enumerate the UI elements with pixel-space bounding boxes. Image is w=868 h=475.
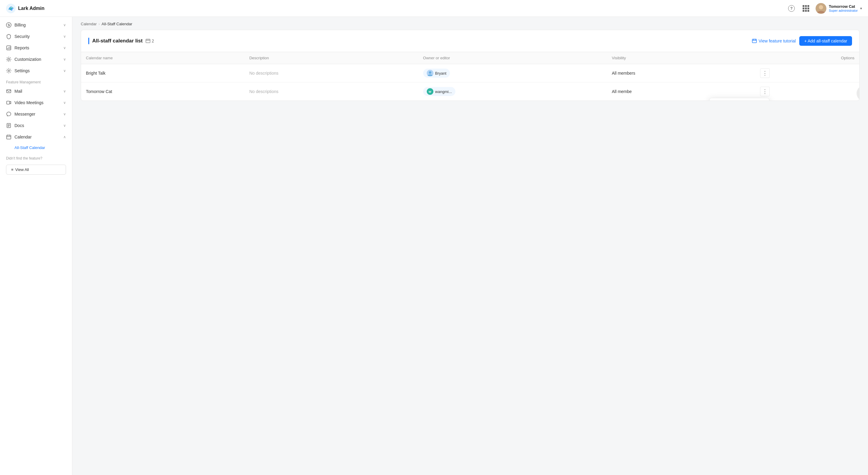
- svg-point-15: [857, 86, 859, 101]
- customization-icon: [6, 57, 11, 62]
- owner-name: Bryant: [435, 71, 447, 75]
- sidebar-item-docs[interactable]: Docs ∨: [0, 120, 72, 131]
- breadcrumb-separator: ›: [98, 22, 100, 26]
- svg-rect-10: [7, 135, 11, 139]
- col-calendar-name: Calendar name: [81, 52, 244, 64]
- calendar-label: Calendar: [14, 135, 32, 139]
- list-icon: ≡: [11, 167, 13, 172]
- menu-item-edit[interactable]: Edit: [710, 98, 769, 101]
- video-meetings-icon: [6, 100, 11, 105]
- user-name: Tomorrow Cat: [829, 4, 858, 9]
- count-value: 2: [152, 38, 154, 43]
- sidebar: Billing ∨ Security ∨ Reports ∨: [0, 17, 72, 475]
- sidebar-item-messenger[interactable]: Messenger ∨: [0, 108, 72, 120]
- billing-chevron: ∨: [63, 23, 66, 27]
- cell-description: No descriptions: [244, 64, 418, 82]
- col-description: Description: [244, 52, 418, 64]
- video-meetings-label: Video Meetings: [14, 100, 43, 105]
- header-row: Calendar name Description Owner or edito…: [81, 52, 859, 64]
- reports-label: Reports: [14, 45, 29, 50]
- view-all-button[interactable]: ≡ View All: [6, 165, 66, 175]
- sidebar-sub-item-all-staff-calendar[interactable]: All-Staff Calendar: [0, 143, 72, 152]
- cell-calendar-name: Bright Talk: [81, 64, 244, 82]
- cursor-hand-illustration: [856, 85, 859, 101]
- sidebar-item-billing[interactable]: Billing ∨: [0, 19, 72, 31]
- user-text: Tomorrow Cat Super administrator: [829, 4, 858, 12]
- owner-avatar: w: [427, 88, 433, 95]
- options-cell: ⋮: [755, 64, 859, 82]
- options-dropdown-menu: EditCancel all-staff subscriptionDelete …: [709, 98, 770, 101]
- user-info[interactable]: Tomorrow Cat Super administrator ▾: [815, 3, 862, 14]
- owner-name: wangmi...: [435, 90, 452, 94]
- tutorial-icon: [752, 38, 757, 43]
- billing-icon: [6, 22, 11, 28]
- calendar-chevron: ∧: [63, 135, 66, 139]
- svg-point-3: [6, 23, 11, 27]
- mail-chevron: ∨: [63, 89, 66, 93]
- add-all-staff-calendar-button[interactable]: + Add all-staff calendar: [799, 36, 852, 46]
- count-icon: [146, 38, 150, 43]
- view-tutorial-button[interactable]: View feature tutorial: [752, 38, 796, 43]
- grid-icon: [803, 5, 809, 12]
- sidebar-item-customization[interactable]: Customization ∨: [0, 54, 72, 65]
- cell-description: No descriptions: [244, 82, 418, 101]
- billing-label: Billing: [14, 23, 26, 27]
- table-scroll: Calendar name Description Owner or edito…: [81, 52, 859, 101]
- breadcrumb-parent[interactable]: Calendar: [81, 22, 97, 26]
- avatar: [815, 3, 827, 14]
- owner-avatar: [427, 70, 433, 76]
- settings-chevron: ∨: [63, 69, 66, 73]
- card-title: All-staff calendar list: [92, 38, 143, 44]
- sidebar-item-security[interactable]: Security ∨: [0, 31, 72, 42]
- card-actions: View feature tutorial + Add all-staff ca…: [752, 36, 852, 46]
- settings-icon: [6, 68, 11, 73]
- title-bar-decoration: [88, 38, 89, 44]
- svg-rect-12: [752, 39, 756, 43]
- user-role: Super administrator: [829, 9, 858, 12]
- col-options: Options: [755, 52, 859, 64]
- col-visibility: Visibility: [607, 52, 755, 64]
- cell-visibility: All members: [607, 64, 755, 82]
- main-content: Calendar › All-Staff Calendar All-staff …: [72, 17, 868, 475]
- mail-icon: [6, 89, 11, 94]
- svg-rect-8: [7, 101, 10, 104]
- card-header: All-staff calendar list 2 View feature t…: [81, 30, 859, 52]
- messenger-icon: [6, 111, 11, 117]
- view-tutorial-label: View feature tutorial: [758, 38, 796, 43]
- lark-logo-icon: [6, 4, 16, 13]
- apps-grid-button[interactable]: [801, 4, 811, 13]
- content-area: All-staff calendar list 2 View feature t…: [72, 30, 868, 475]
- app-name: Lark Admin: [18, 6, 44, 11]
- sidebar-item-video-meetings[interactable]: Video Meetings ∨: [0, 97, 72, 108]
- sidebar-item-reports[interactable]: Reports ∨: [0, 42, 72, 54]
- svg-point-5: [8, 58, 10, 60]
- col-owner: Owner or editor: [418, 52, 607, 64]
- feature-section-label: Feature Management: [0, 76, 72, 86]
- table-header: Calendar name Description Owner or edito…: [81, 52, 859, 64]
- table-body: Bright TalkNo descriptionsBryantAll memb…: [81, 64, 859, 101]
- sidebar-item-settings[interactable]: Settings ∨: [0, 65, 72, 76]
- cell-owner: Bryant: [418, 64, 607, 82]
- svg-point-2: [819, 5, 823, 9]
- video-meetings-chevron: ∨: [63, 101, 66, 105]
- cell-calendar-name: Tomorrow Cat: [81, 82, 244, 101]
- svg-rect-7: [7, 90, 11, 93]
- calendar-icon: [6, 134, 11, 140]
- customization-label: Customization: [14, 57, 41, 62]
- svg-rect-11: [146, 39, 150, 43]
- sidebar-item-calendar[interactable]: Calendar ∧: [0, 131, 72, 143]
- options-button-1[interactable]: ⋮EditCancel all-staff subscriptionDelete…: [760, 87, 770, 96]
- options-button-0[interactable]: ⋮: [760, 68, 770, 78]
- customization-chevron: ∨: [63, 57, 66, 61]
- sidebar-item-mail[interactable]: Mail ∨: [0, 86, 72, 97]
- reports-chevron: ∨: [63, 46, 66, 50]
- chevron-down-icon: ▾: [860, 6, 862, 10]
- header: Lark Admin ? Tomorrow Cat Super ad: [0, 0, 868, 17]
- help-button[interactable]: ?: [786, 4, 796, 13]
- docs-label: Docs: [14, 123, 24, 128]
- reports-icon: [6, 45, 11, 50]
- breadcrumb: Calendar › All-Staff Calendar: [72, 17, 868, 30]
- messenger-label: Messenger: [14, 112, 35, 116]
- app-logo: Lark Admin: [6, 4, 44, 13]
- calendars-table: Calendar name Description Owner or edito…: [81, 52, 859, 101]
